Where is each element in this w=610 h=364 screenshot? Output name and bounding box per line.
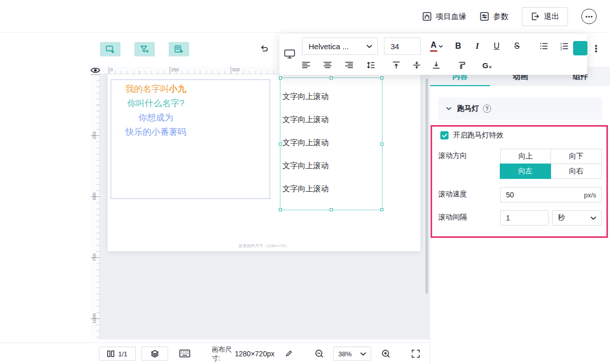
greeting-text-widget[interactable]: 我的名字叫小九 你叫什么名字? 你想成为 快乐的小番薯吗 — [111, 79, 270, 199]
pencil-icon — [285, 350, 293, 357]
align-center-icon — [323, 61, 332, 69]
add-list-button[interactable] — [169, 42, 189, 56]
add-filter-button[interactable] — [134, 42, 155, 56]
zoom-in-button[interactable] — [381, 349, 391, 358]
undo-button[interactable] — [259, 43, 269, 53]
italic-button[interactable]: I — [476, 37, 479, 55]
undo-icon — [259, 43, 269, 53]
bullet-list-button[interactable] — [540, 37, 548, 55]
font-size-input[interactable] — [384, 37, 421, 55]
toolbar-overflow-icon[interactable]: ⋮ — [592, 43, 601, 54]
editor-app: 项目血缘 参数 — [0, 0, 610, 364]
format-painter-button[interactable] — [458, 58, 466, 72]
edit-canvas-size-button[interactable] — [285, 350, 293, 357]
params-button[interactable]: 参数 — [480, 12, 509, 22]
resize-handle[interactable] — [380, 76, 383, 79]
page-indicator: 1/1 — [118, 350, 127, 358]
vertical-ruler: 250 500 750 1000 — [91, 67, 100, 339]
canvas-size-value: 1280×720px — [235, 350, 274, 358]
valign-top-icon — [392, 61, 400, 69]
clear-format-button[interactable]: G× — [482, 58, 492, 72]
check-icon — [442, 133, 448, 138]
align-center-button[interactable] — [323, 58, 332, 72]
enable-marquee-checkbox[interactable] — [440, 131, 449, 139]
font-family-select[interactable]: Helvetica ... — [302, 37, 378, 55]
chevron-down-icon — [445, 106, 452, 112]
line-spacing-button[interactable] — [367, 58, 375, 72]
canvas-viewport[interactable]: 我的名字叫小九 你叫什么名字? 你想成为 快乐的小番薯吗 文字向上滚动 文字向上… — [100, 74, 430, 339]
zoom-level-select[interactable]: 38% — [333, 347, 371, 361]
apply-style-button[interactable] — [573, 41, 587, 55]
zoom-out-button[interactable] — [315, 349, 324, 358]
header-actions: 项目血缘 参数 — [422, 0, 597, 33]
help-icon[interactable]: ? — [483, 105, 491, 113]
bold-button[interactable]: B — [455, 37, 461, 55]
interval-unit-value: 秒 — [558, 213, 565, 223]
align-left-button[interactable] — [302, 58, 310, 72]
speed-input[interactable] — [506, 191, 584, 199]
fit-screen-icon — [412, 350, 420, 358]
add-filter-icon — [140, 45, 149, 54]
direction-option-down[interactable]: 向下 — [551, 149, 602, 164]
valign-middle-icon — [413, 61, 421, 69]
resize-handle[interactable] — [279, 208, 282, 211]
page-indicator-button[interactable]: 1/1 — [99, 347, 136, 361]
svg-text:3: 3 — [560, 48, 562, 50]
direction-label: 滚动方向 — [438, 151, 467, 160]
font-color-button[interactable]: A — [430, 37, 443, 55]
screen-adapt-button[interactable] — [284, 49, 295, 59]
canvas-workspace: 0 250 500 250 500 750 1000 我的名字叫小九 你叫什么名… — [0, 33, 430, 342]
strikethrough-button[interactable]: S — [514, 37, 520, 55]
valign-bottom-button[interactable] — [432, 58, 440, 72]
resize-handle[interactable] — [330, 208, 333, 211]
toggle-visibility-button[interactable] — [90, 66, 100, 76]
chevron-down-icon — [360, 352, 366, 356]
eye-icon — [90, 66, 100, 75]
resize-handle[interactable] — [330, 76, 333, 79]
numbered-list-button[interactable]: 1 2 3 — [560, 37, 568, 55]
zoom-out-icon — [315, 349, 324, 358]
marquee-text: 文字向上滚动 文字向上滚动 文字向上滚动 文字向上滚动 文字向上滚动 — [282, 79, 329, 206]
clear-format-icon: G — [482, 61, 489, 70]
exit-button[interactable]: 退出 — [522, 7, 568, 26]
keyboard-icon — [179, 350, 190, 357]
interval-unit-select[interactable]: 秒 — [552, 210, 602, 226]
speed-unit: px/s — [584, 191, 596, 199]
valign-top-button[interactable] — [392, 58, 400, 72]
align-right-button[interactable] — [345, 58, 353, 72]
add-screen-button[interactable] — [100, 42, 120, 56]
shortcuts-button[interactable] — [179, 350, 190, 357]
marquee-section-header[interactable]: 跑马灯 ? — [438, 97, 602, 120]
greeting-text: 我的名字叫小九 你叫什么名字? 你想成为 快乐的小番薯吗 — [112, 82, 199, 139]
zoom-in-icon — [381, 349, 391, 358]
marquee-text-widget[interactable]: 文字向上滚动 文字向上滚动 文字向上滚动 文字向上滚动 文字向上滚动 — [280, 77, 382, 210]
project-lineage-button[interactable]: 项目血缘 — [422, 12, 466, 22]
artboard[interactable]: 我的名字叫小九 你叫什么名字? 你想成为 快乐的小番薯吗 文字向上滚动 文字向上… — [108, 74, 420, 251]
lineage-icon — [422, 12, 432, 21]
ruler-label: 250 — [92, 128, 98, 143]
resize-handle[interactable] — [279, 76, 282, 79]
direction-option-up[interactable]: 向上 — [500, 149, 551, 164]
fit-screen-button[interactable] — [412, 350, 420, 358]
ruler-label: 500 — [92, 189, 98, 204]
bullet-list-icon — [540, 42, 548, 50]
direction-option-left[interactable]: 向左 — [500, 164, 551, 179]
font-color-icon: A — [430, 41, 437, 51]
interval-input[interactable] — [500, 210, 548, 226]
underline-button[interactable]: U — [494, 37, 500, 55]
resize-handle[interactable] — [380, 208, 383, 211]
vertical-scrollbar[interactable] — [425, 78, 428, 294]
resize-handle[interactable] — [279, 143, 282, 146]
top-header: 项目血缘 参数 — [0, 0, 610, 33]
format-painter-icon — [458, 61, 466, 70]
resize-handle[interactable] — [380, 143, 383, 146]
bottom-toolbar: 1/1 画布尺寸: 1280×720px — [0, 342, 430, 364]
lineage-label: 项目血缘 — [436, 12, 466, 22]
align-left-icon — [302, 61, 310, 69]
direction-option-right[interactable]: 向右 — [551, 164, 602, 179]
speed-label: 滚动速度 — [438, 190, 467, 199]
ruler-label: 500 — [232, 67, 240, 72]
more-options-icon[interactable]: ⋯ — [581, 9, 597, 24]
layers-button[interactable] — [141, 347, 168, 361]
valign-middle-button[interactable] — [413, 58, 421, 72]
